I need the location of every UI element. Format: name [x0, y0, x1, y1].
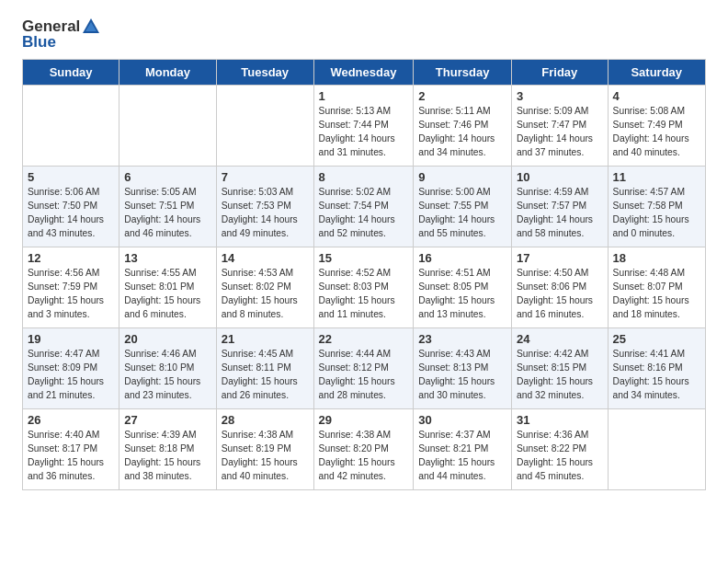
day-info: Sunrise: 5:09 AMSunset: 7:47 PMDaylight:…: [517, 105, 603, 160]
day-cell: 11Sunrise: 4:57 AMSunset: 7:58 PMDayligh…: [608, 167, 705, 247]
day-number: 8: [319, 170, 409, 184]
day-info: Sunrise: 4:59 AMSunset: 7:57 PMDaylight:…: [517, 186, 603, 241]
day-number: 12: [28, 251, 114, 265]
day-cell: 4Sunrise: 5:08 AMSunset: 7:49 PMDaylight…: [608, 86, 705, 167]
day-number: 20: [124, 332, 211, 346]
day-number: 30: [418, 413, 506, 427]
day-cell: 28Sunrise: 4:38 AMSunset: 8:19 PMDayligh…: [216, 409, 313, 490]
day-info: Sunrise: 4:55 AMSunset: 8:01 PMDaylight:…: [124, 267, 211, 322]
empty-day-cell: [608, 409, 705, 490]
day-info: Sunrise: 4:51 AMSunset: 8:05 PMDaylight:…: [418, 267, 506, 322]
day-cell: 22Sunrise: 4:44 AMSunset: 8:12 PMDayligh…: [313, 328, 414, 409]
day-info: Sunrise: 4:44 AMSunset: 8:12 PMDaylight:…: [319, 348, 409, 403]
day-info: Sunrise: 4:52 AMSunset: 8:03 PMDaylight:…: [319, 267, 409, 322]
day-cell: 13Sunrise: 4:55 AMSunset: 8:01 PMDayligh…: [119, 247, 217, 328]
day-number: 14: [222, 251, 309, 265]
day-number: 19: [28, 332, 114, 346]
day-cell: 15Sunrise: 4:52 AMSunset: 8:03 PMDayligh…: [313, 247, 414, 328]
day-number: 27: [124, 413, 211, 427]
day-number: 23: [418, 332, 506, 346]
day-info: Sunrise: 4:48 AMSunset: 8:07 PMDaylight:…: [613, 267, 700, 322]
header-friday: Friday: [512, 60, 609, 86]
day-number: 7: [222, 170, 309, 184]
calendar-week-row: 1Sunrise: 5:13 AMSunset: 7:44 PMDaylight…: [23, 86, 706, 167]
calendar-container: Sunday Monday Tuesday Wednesday Thursday…: [0, 59, 728, 501]
day-number: 16: [418, 251, 506, 265]
page-header: General Blue: [0, 0, 728, 59]
day-cell: 9Sunrise: 5:00 AMSunset: 7:55 PMDaylight…: [414, 167, 512, 247]
day-cell: 8Sunrise: 5:02 AMSunset: 7:54 PMDaylight…: [313, 167, 414, 247]
day-info: Sunrise: 4:39 AMSunset: 8:18 PMDaylight:…: [124, 429, 211, 484]
empty-day-cell: [23, 86, 119, 167]
day-info: Sunrise: 4:53 AMSunset: 8:02 PMDaylight:…: [222, 267, 309, 322]
day-info: Sunrise: 5:06 AMSunset: 7:50 PMDaylight:…: [28, 186, 114, 241]
header-wednesday: Wednesday: [313, 60, 414, 86]
day-number: 17: [517, 251, 603, 265]
header-sunday: Sunday: [23, 60, 119, 86]
header-row: Sunday Monday Tuesday Wednesday Thursday…: [23, 60, 706, 86]
day-number: 28: [222, 413, 309, 427]
empty-day-cell: [216, 86, 313, 167]
day-info: Sunrise: 4:37 AMSunset: 8:21 PMDaylight:…: [418, 429, 506, 484]
day-cell: 21Sunrise: 4:45 AMSunset: 8:11 PMDayligh…: [216, 328, 313, 409]
day-info: Sunrise: 4:46 AMSunset: 8:10 PMDaylight:…: [124, 348, 211, 403]
day-number: 13: [124, 251, 211, 265]
logo-blue-text: Blue: [22, 33, 56, 52]
header-thursday: Thursday: [414, 60, 512, 86]
day-cell: 3Sunrise: 5:09 AMSunset: 7:47 PMDaylight…: [512, 86, 609, 167]
day-cell: 2Sunrise: 5:11 AMSunset: 7:46 PMDaylight…: [414, 86, 512, 167]
day-info: Sunrise: 5:03 AMSunset: 7:53 PMDaylight:…: [222, 186, 309, 241]
day-info: Sunrise: 5:05 AMSunset: 7:51 PMDaylight:…: [124, 186, 211, 241]
day-info: Sunrise: 4:42 AMSunset: 8:15 PMDaylight:…: [517, 348, 603, 403]
day-cell: 20Sunrise: 4:46 AMSunset: 8:10 PMDayligh…: [119, 328, 217, 409]
day-cell: 24Sunrise: 4:42 AMSunset: 8:15 PMDayligh…: [512, 328, 609, 409]
day-info: Sunrise: 4:50 AMSunset: 8:06 PMDaylight:…: [517, 267, 603, 322]
day-cell: 17Sunrise: 4:50 AMSunset: 8:06 PMDayligh…: [512, 247, 609, 328]
empty-day-cell: [119, 86, 217, 167]
calendar-body: 1Sunrise: 5:13 AMSunset: 7:44 PMDaylight…: [23, 86, 706, 490]
day-number: 25: [613, 332, 700, 346]
day-number: 29: [319, 413, 409, 427]
day-cell: 12Sunrise: 4:56 AMSunset: 7:59 PMDayligh…: [23, 247, 119, 328]
day-info: Sunrise: 4:57 AMSunset: 7:58 PMDaylight:…: [613, 186, 700, 241]
day-info: Sunrise: 4:45 AMSunset: 8:11 PMDaylight:…: [222, 348, 309, 403]
calendar-week-row: 5Sunrise: 5:06 AMSunset: 7:50 PMDaylight…: [23, 167, 706, 247]
header-monday: Monday: [119, 60, 217, 86]
day-number: 21: [222, 332, 309, 346]
day-cell: 14Sunrise: 4:53 AMSunset: 8:02 PMDayligh…: [216, 247, 313, 328]
day-cell: 27Sunrise: 4:39 AMSunset: 8:18 PMDayligh…: [119, 409, 217, 490]
calendar-week-row: 19Sunrise: 4:47 AMSunset: 8:09 PMDayligh…: [23, 328, 706, 409]
day-info: Sunrise: 5:11 AMSunset: 7:46 PMDaylight:…: [418, 105, 506, 160]
day-cell: 7Sunrise: 5:03 AMSunset: 7:53 PMDaylight…: [216, 167, 313, 247]
day-cell: 18Sunrise: 4:48 AMSunset: 8:07 PMDayligh…: [608, 247, 705, 328]
day-number: 4: [613, 89, 700, 103]
day-cell: 30Sunrise: 4:37 AMSunset: 8:21 PMDayligh…: [414, 409, 512, 490]
logo-icon: [81, 17, 101, 37]
day-cell: 6Sunrise: 5:05 AMSunset: 7:51 PMDaylight…: [119, 167, 217, 247]
day-number: 9: [418, 170, 506, 184]
day-number: 18: [613, 251, 700, 265]
day-number: 6: [124, 170, 211, 184]
day-info: Sunrise: 5:02 AMSunset: 7:54 PMDaylight:…: [319, 186, 409, 241]
calendar-week-row: 26Sunrise: 4:40 AMSunset: 8:17 PMDayligh…: [23, 409, 706, 490]
day-info: Sunrise: 4:47 AMSunset: 8:09 PMDaylight:…: [28, 348, 114, 403]
day-cell: 29Sunrise: 4:38 AMSunset: 8:20 PMDayligh…: [313, 409, 414, 490]
day-cell: 19Sunrise: 4:47 AMSunset: 8:09 PMDayligh…: [23, 328, 119, 409]
day-cell: 5Sunrise: 5:06 AMSunset: 7:50 PMDaylight…: [23, 167, 119, 247]
day-number: 5: [28, 170, 114, 184]
day-number: 15: [319, 251, 409, 265]
day-info: Sunrise: 4:41 AMSunset: 8:16 PMDaylight:…: [613, 348, 700, 403]
day-cell: 25Sunrise: 4:41 AMSunset: 8:16 PMDayligh…: [608, 328, 705, 409]
calendar-table: Sunday Monday Tuesday Wednesday Thursday…: [22, 59, 706, 490]
calendar-week-row: 12Sunrise: 4:56 AMSunset: 7:59 PMDayligh…: [23, 247, 706, 328]
day-info: Sunrise: 5:13 AMSunset: 7:44 PMDaylight:…: [319, 105, 409, 160]
day-info: Sunrise: 4:38 AMSunset: 8:19 PMDaylight:…: [222, 429, 309, 484]
day-number: 31: [517, 413, 603, 427]
logo: General Blue: [22, 17, 102, 52]
day-cell: 23Sunrise: 4:43 AMSunset: 8:13 PMDayligh…: [414, 328, 512, 409]
day-info: Sunrise: 4:56 AMSunset: 7:59 PMDaylight:…: [28, 267, 114, 322]
day-number: 2: [418, 89, 506, 103]
header-tuesday: Tuesday: [216, 60, 313, 86]
day-cell: 16Sunrise: 4:51 AMSunset: 8:05 PMDayligh…: [414, 247, 512, 328]
day-number: 24: [517, 332, 603, 346]
